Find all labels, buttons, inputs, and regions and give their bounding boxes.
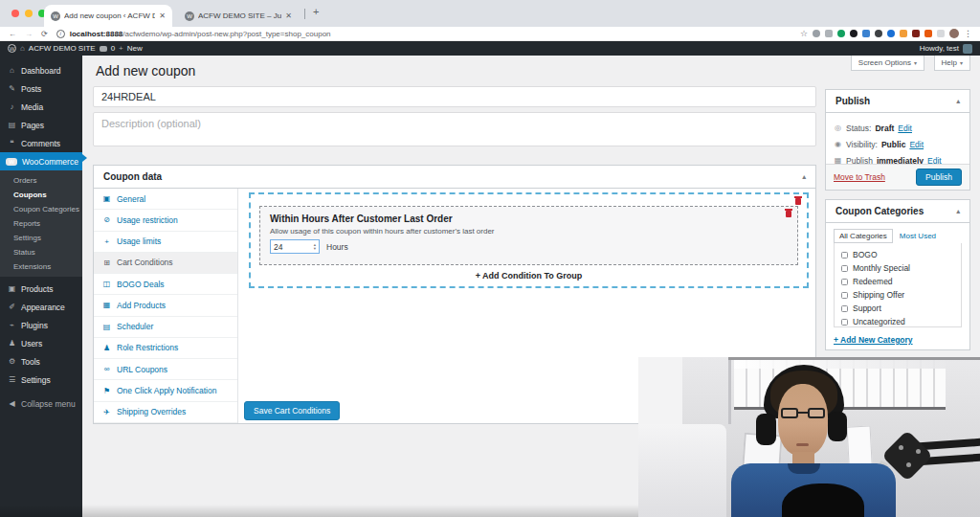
coupon-description-input[interactable] bbox=[93, 112, 816, 146]
edit-visibility-link[interactable]: Edit bbox=[909, 140, 924, 149]
category-item[interactable]: Uncategorized bbox=[835, 315, 961, 328]
move-to-trash-link[interactable]: Move to Trash bbox=[834, 172, 885, 182]
submenu-item-orders[interactable]: Orders bbox=[0, 173, 82, 188]
submenu-item-coupon-categories[interactable]: Coupon Categories bbox=[0, 202, 82, 216]
submenu-item-status[interactable]: Status bbox=[0, 245, 82, 259]
panel-collapse-icon[interactable]: ▴ bbox=[956, 208, 960, 215]
window-close-icon[interactable] bbox=[11, 10, 19, 17]
submenu-item-coupons[interactable]: Coupons bbox=[0, 188, 82, 202]
browser-menu-icon[interactable]: ⋮ bbox=[964, 29, 972, 38]
tab-shipping-overrides[interactable]: ✈Shipping Overrides bbox=[94, 402, 237, 423]
tab-most-used[interactable]: Most Used bbox=[900, 232, 936, 243]
site-name-link[interactable]: ACFW DEMO SITE bbox=[29, 44, 96, 53]
sidebar-item-pages[interactable]: ▤ Pages bbox=[0, 116, 82, 134]
extension-icon[interactable] bbox=[850, 30, 858, 37]
tab-usage-restriction[interactable]: ⊘Usage restriction bbox=[94, 210, 237, 231]
help-button[interactable]: Help ▾ bbox=[934, 56, 970, 71]
save-cart-conditions-button[interactable]: Save Cart Conditions bbox=[244, 401, 340, 420]
sidebar-item-media[interactable]: ♪ Media bbox=[0, 98, 82, 116]
tab-url-coupons[interactable]: ∞URL Coupons bbox=[94, 359, 237, 380]
tab-usage-limits[interactable]: +Usage limits bbox=[94, 232, 237, 253]
browser-profile-avatar[interactable] bbox=[949, 29, 959, 38]
sidebar-item-products[interactable]: ▣ Products bbox=[0, 280, 82, 298]
posts-icon: ✎ bbox=[8, 84, 16, 93]
screen-options-button[interactable]: Screen Options ▾ bbox=[851, 56, 924, 71]
sidebar-item-label: Products bbox=[21, 284, 54, 294]
category-item[interactable]: Redeemed bbox=[835, 275, 961, 288]
browser-tab-inactive[interactable]: W ACFW DEMO SITE – Just anoth ✕ bbox=[178, 5, 299, 27]
bookmark-star-icon[interactable]: ☆ bbox=[800, 29, 808, 38]
add-condition-to-group-button[interactable]: + Add Condition To Group bbox=[251, 271, 807, 281]
extension-icon[interactable] bbox=[924, 30, 932, 37]
publish-button[interactable]: Publish bbox=[916, 169, 962, 186]
extension-icon[interactable] bbox=[875, 30, 882, 37]
checkbox-icon[interactable] bbox=[841, 252, 848, 258]
reload-icon[interactable]: ⟳ bbox=[41, 30, 48, 38]
extension-icon[interactable] bbox=[937, 30, 945, 37]
sidebar-item-tools[interactable]: ⚙ Tools bbox=[0, 352, 82, 371]
extension-icon[interactable] bbox=[862, 30, 870, 37]
sidebar-item-settings[interactable]: ☰ Settings bbox=[0, 371, 82, 389]
wordpress-logo-icon[interactable]: W bbox=[8, 44, 16, 53]
coupon-code-input[interactable] bbox=[93, 86, 816, 107]
extension-icon[interactable] bbox=[825, 30, 833, 37]
comments-bubble-icon[interactable] bbox=[100, 46, 107, 52]
new-tab-button[interactable]: + bbox=[313, 6, 319, 17]
tab-scheduler[interactable]: ▤Scheduler bbox=[94, 317, 237, 338]
tab-close-icon[interactable]: ✕ bbox=[159, 11, 166, 20]
submenu-item-settings[interactable]: Settings bbox=[0, 231, 82, 245]
submenu-item-extensions[interactable]: Extensions bbox=[0, 259, 82, 274]
tab-add-products[interactable]: ▦Add Products bbox=[94, 295, 237, 316]
sidebar-item-appearance[interactable]: ✐ Appearance bbox=[0, 298, 82, 316]
extension-icon[interactable] bbox=[912, 30, 920, 37]
sidebar-item-plugins[interactable]: ⌁ Plugins bbox=[0, 316, 82, 334]
extension-icon[interactable] bbox=[813, 30, 820, 37]
sidebar-item-dashboard[interactable]: ⌂ Dashboard bbox=[0, 61, 82, 79]
edit-status-link[interactable]: Edit bbox=[898, 124, 912, 133]
tab-all-categories[interactable]: All Categories bbox=[834, 229, 893, 243]
site-info-icon[interactable]: i bbox=[56, 30, 65, 38]
category-item[interactable]: Monthly Special bbox=[835, 261, 961, 275]
back-icon[interactable]: ← bbox=[9, 30, 16, 38]
sidebar-item-comments[interactable]: ❝ Comments bbox=[0, 134, 82, 152]
sidebar-item-users[interactable]: ♟ Users bbox=[0, 334, 82, 352]
checkbox-icon[interactable] bbox=[841, 319, 848, 326]
category-item[interactable]: Shipping Offer bbox=[835, 288, 961, 302]
sidebar-item-posts[interactable]: ✎ Posts bbox=[0, 79, 82, 98]
extension-icon[interactable] bbox=[900, 30, 907, 37]
sidebar-item-label: Posts bbox=[21, 84, 41, 94]
tab-general[interactable]: ▣General bbox=[94, 189, 237, 210]
add-new-category-link[interactable]: + Add New Category bbox=[834, 335, 962, 345]
forward-icon[interactable]: → bbox=[25, 30, 33, 38]
tab-bogo-deals[interactable]: ◫BOGO Deals bbox=[94, 274, 237, 295]
howdy-text[interactable]: Howdy, test bbox=[920, 44, 959, 53]
tab-close-icon[interactable]: ✕ bbox=[285, 11, 292, 20]
checkbox-icon[interactable] bbox=[841, 292, 848, 299]
tab-one-click-apply[interactable]: ⚑One Click Apply Notification bbox=[94, 380, 237, 401]
panel-collapse-icon[interactable]: ▴ bbox=[802, 173, 806, 181]
number-stepper-icon[interactable]: ▴▾ bbox=[314, 243, 316, 250]
browser-tab-active[interactable]: W Add new coupon ‹ ACFW DEM ✕ bbox=[44, 5, 172, 27]
checkbox-icon[interactable] bbox=[841, 265, 848, 272]
checkbox-icon[interactable] bbox=[841, 279, 848, 285]
new-content-link[interactable]: New bbox=[127, 44, 143, 53]
extension-icon[interactable] bbox=[837, 30, 845, 37]
window-minimize-icon[interactable] bbox=[25, 10, 33, 17]
category-label: BOGO bbox=[853, 250, 878, 259]
panel-collapse-icon[interactable]: ▴ bbox=[956, 98, 960, 105]
url-bar[interactable]: localhost:8888/acfwdemo/wp-admin/post-ne… bbox=[70, 30, 331, 38]
calendar-icon: ▤ bbox=[102, 323, 111, 331]
delete-group-trash-icon[interactable] bbox=[795, 198, 801, 205]
category-item[interactable]: Support bbox=[835, 302, 961, 315]
sidebar-item-woocommerce[interactable]: W WooCommerce bbox=[0, 152, 82, 170]
extension-icon[interactable] bbox=[887, 30, 895, 37]
collapse-menu-button[interactable]: ◀ Collapse menu bbox=[0, 394, 82, 413]
tab-cart-conditions[interactable]: ⊞Cart Conditions bbox=[94, 253, 237, 274]
category-item[interactable]: BOGO bbox=[835, 248, 961, 261]
tab-role-restrictions[interactable]: ♟Role Restrictions bbox=[94, 338, 237, 359]
checkbox-icon[interactable] bbox=[841, 305, 848, 312]
submenu-item-reports[interactable]: Reports bbox=[0, 216, 82, 231]
hours-number-input[interactable]: 24 ▴▾ bbox=[270, 239, 320, 254]
user-avatar[interactable] bbox=[963, 44, 972, 54]
delete-condition-trash-icon[interactable] bbox=[786, 211, 791, 217]
